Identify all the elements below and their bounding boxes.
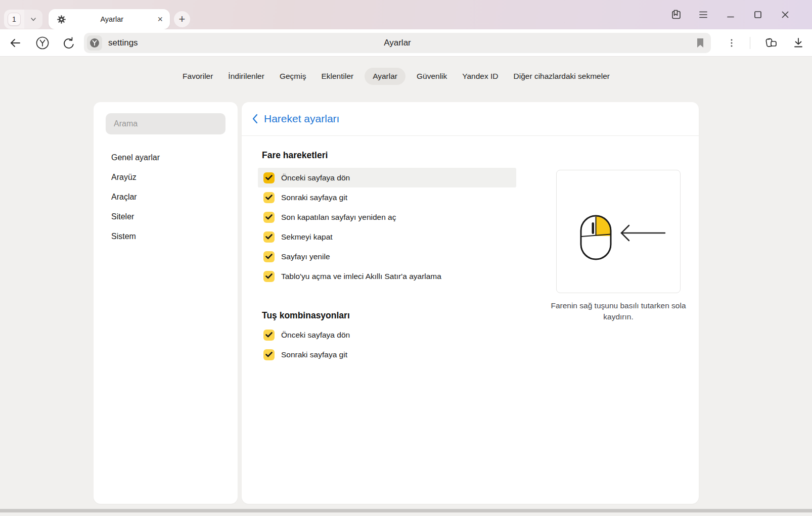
nav-tab-guvenlik[interactable]: Güvenlik bbox=[417, 72, 447, 81]
toolbar-right bbox=[727, 29, 805, 57]
tab-count-badge: 1 bbox=[8, 13, 21, 26]
gear-icon bbox=[57, 15, 66, 24]
more-options-icon[interactable] bbox=[727, 37, 737, 49]
sidebar-list: Genel ayarlar Arayüz Araçlar Siteler Sis… bbox=[94, 148, 238, 246]
shortcut-label: Önceki sayfaya dön bbox=[281, 331, 350, 340]
nav-tab-eklentiler[interactable]: Eklentiler bbox=[321, 72, 353, 81]
checkbox-checked[interactable] bbox=[263, 251, 275, 262]
checkbox-checked[interactable] bbox=[263, 212, 275, 223]
gesture-label: Tablo'yu açma ve imleci Akıllı Satır'a a… bbox=[281, 272, 441, 281]
tab-count-group: 1 bbox=[4, 10, 42, 29]
menu-icon[interactable] bbox=[697, 9, 709, 21]
section-title: Hareket ayarları bbox=[264, 113, 339, 125]
sidebar-item-genel-ayarlar[interactable]: Genel ayarlar bbox=[94, 148, 238, 167]
nav-tab-yandex-id[interactable]: Yandex ID bbox=[462, 72, 498, 81]
gesture-label: Son kapatılan sayfayı yeniden aç bbox=[281, 213, 396, 222]
tab-count-button[interactable]: 1 bbox=[4, 10, 24, 29]
gesture-label: Sekmeyi kapat bbox=[281, 232, 333, 242]
illustration-caption: Farenin sağ tuşunu basılı tutarken sola … bbox=[548, 300, 689, 322]
tab-list-dropdown[interactable] bbox=[24, 10, 42, 29]
chevron-down-icon bbox=[30, 16, 37, 23]
gesture-row[interactable]: Sonraki sayfaya git bbox=[258, 187, 516, 207]
nav-tab-diger-cihazlar[interactable]: Diğer cihazlardaki sekmeler bbox=[514, 72, 610, 81]
sidebar-item-araclar[interactable]: Araçlar bbox=[94, 187, 238, 207]
gesture-row[interactable]: Son kapatılan sayfayı yeniden aç bbox=[258, 207, 516, 227]
sidebar-panel-icon[interactable] bbox=[670, 9, 682, 21]
heading-fare-hareketleri: Fare hareketleri bbox=[262, 150, 699, 161]
tab-close-icon[interactable]: × bbox=[157, 15, 163, 24]
gesture-label: Önceki sayfaya dön bbox=[281, 173, 350, 182]
gesture-row[interactable]: Sekmeyi kapat bbox=[258, 227, 516, 247]
checkbox-checked[interactable] bbox=[263, 172, 275, 183]
window-bottom-edge bbox=[0, 509, 812, 512]
url-text: settings bbox=[108, 38, 138, 48]
search-input[interactable] bbox=[106, 119, 225, 128]
active-tab[interactable]: Ayarlar × bbox=[49, 9, 170, 29]
browser-window: 1 bbox=[0, 0, 812, 516]
settings-page: Favoriler İndirilenler Geçmiş Eklentiler… bbox=[0, 57, 812, 512]
nav-tab-ayarlar[interactable]: Ayarlar bbox=[365, 68, 405, 85]
shortcut-row[interactable]: Sonraki sayfaya git bbox=[258, 345, 516, 364]
nav-tab-indirilenler[interactable]: İndirilenler bbox=[228, 72, 264, 81]
maximize-icon[interactable] bbox=[752, 9, 764, 21]
minimize-icon[interactable] bbox=[725, 9, 737, 21]
new-tab-button[interactable]: + bbox=[174, 11, 190, 27]
toolbar: settings Ayarlar bbox=[0, 29, 812, 57]
gesture-row[interactable]: Tablo'yu açma ve imleci Akıllı Satır'a a… bbox=[258, 266, 516, 286]
mouse-gesture-rows: Önceki sayfaya dön Sonraki sayfaya git S… bbox=[258, 168, 516, 286]
checkbox-checked[interactable] bbox=[263, 231, 275, 243]
page-favicon bbox=[87, 35, 102, 51]
back-link[interactable]: Hareket ayarları bbox=[242, 102, 699, 136]
checkbox-checked[interactable] bbox=[263, 271, 275, 282]
sidebar-item-arayuz[interactable]: Arayüz bbox=[94, 167, 238, 187]
reload-icon[interactable] bbox=[62, 36, 76, 50]
checkbox-checked[interactable] bbox=[263, 192, 275, 203]
settings-main: Hareket ayarları Fare hareketleri Önceki… bbox=[242, 102, 699, 504]
close-icon[interactable] bbox=[779, 9, 791, 21]
page-title: Ayarlar bbox=[84, 38, 711, 48]
settings-sidebar: Genel ayarlar Arayüz Araçlar Siteler Sis… bbox=[94, 102, 238, 504]
shortcut-label: Sonraki sayfaya git bbox=[281, 350, 347, 359]
toolbar-separator bbox=[750, 37, 750, 49]
gesture-illustration bbox=[556, 170, 681, 293]
mouse-gesture-drawing bbox=[557, 170, 680, 293]
sidebar-item-siteler[interactable]: Siteler bbox=[94, 207, 238, 226]
search-box bbox=[106, 113, 225, 134]
nav-tab-favoriler[interactable]: Favoriler bbox=[183, 72, 213, 81]
tab-title: Ayarlar bbox=[66, 15, 157, 23]
gesture-row[interactable]: Önceki sayfaya dön bbox=[258, 168, 516, 187]
address-bar[interactable]: settings Ayarlar bbox=[84, 33, 711, 53]
bookmark-icon[interactable] bbox=[696, 38, 705, 48]
nav-tab-gecmis[interactable]: Geçmiş bbox=[280, 72, 306, 81]
window-controls bbox=[670, 0, 791, 29]
settings-nav: Favoriler İndirilenler Geçmiş Eklentiler… bbox=[94, 72, 699, 81]
shortcut-rows: Önceki sayfaya dön Sonraki sayfaya git bbox=[258, 325, 516, 364]
tab-strip: 1 bbox=[0, 0, 812, 29]
download-icon[interactable] bbox=[792, 36, 805, 50]
back-icon[interactable] bbox=[8, 36, 22, 50]
gesture-row[interactable]: Sayfayı yenile bbox=[258, 247, 516, 266]
checkbox-checked[interactable] bbox=[263, 349, 275, 360]
sidebar-item-sistem[interactable]: Sistem bbox=[94, 226, 238, 246]
yandex-browser-icon[interactable] bbox=[34, 35, 51, 51]
chevron-left-icon bbox=[252, 114, 258, 124]
shortcut-row[interactable]: Önceki sayfaya dön bbox=[258, 325, 516, 345]
extensions-icon[interactable] bbox=[763, 36, 779, 50]
gesture-label: Sonraki sayfaya git bbox=[281, 193, 347, 202]
checkbox-checked[interactable] bbox=[263, 330, 275, 341]
gesture-label: Sayfayı yenile bbox=[281, 252, 330, 261]
